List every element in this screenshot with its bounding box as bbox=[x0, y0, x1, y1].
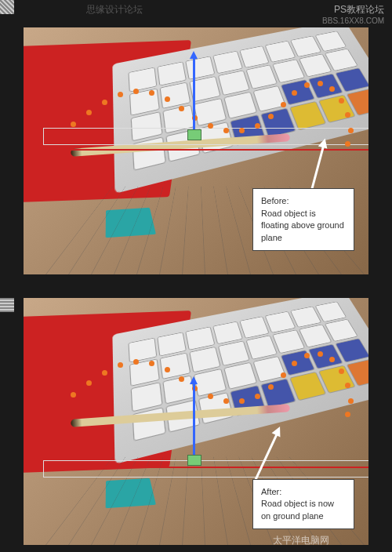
annotation-after-text: Road object is now on ground plane bbox=[261, 499, 334, 520]
annotation-after: After: Road object is now on ground plan… bbox=[252, 479, 354, 529]
annotation-after-title: After: bbox=[261, 487, 281, 496]
watermark-ps-url: BBS.16XX8.COM bbox=[322, 16, 384, 25]
ruler-corner bbox=[0, 0, 14, 14]
annotation-before-title: Before: bbox=[261, 196, 289, 205]
viewport-before[interactable]: Before: Road object is floating above gr… bbox=[24, 27, 368, 274]
gizmo-y-axis-icon[interactable] bbox=[193, 383, 195, 461]
annotation-before-text: Road object is floating above ground pla… bbox=[261, 209, 344, 242]
path-spline[interactable] bbox=[71, 67, 368, 169]
watermark-ps-title: PS教程论坛 bbox=[322, 3, 384, 16]
move-gizmo[interactable] bbox=[179, 57, 210, 151]
watermark-forum: 思缘设计论坛 bbox=[86, 3, 143, 16]
gizmo-center-icon[interactable] bbox=[187, 455, 201, 466]
path-spline[interactable] bbox=[71, 337, 368, 439]
annotation-before: Before: Road object is floating above gr… bbox=[252, 188, 354, 251]
move-gizmo[interactable] bbox=[179, 383, 210, 477]
watermark-ps: PS教程论坛 BBS.16XX8.COM bbox=[322, 3, 384, 25]
ruler-corner bbox=[0, 298, 14, 312]
watermark-pacific: 太平洋电脑网 bbox=[273, 534, 329, 547]
viewport-after[interactable]: After: Road object is now on ground plan… bbox=[24, 298, 368, 545]
gizmo-center-icon[interactable] bbox=[187, 129, 201, 140]
gizmo-y-axis-icon[interactable] bbox=[193, 57, 195, 136]
